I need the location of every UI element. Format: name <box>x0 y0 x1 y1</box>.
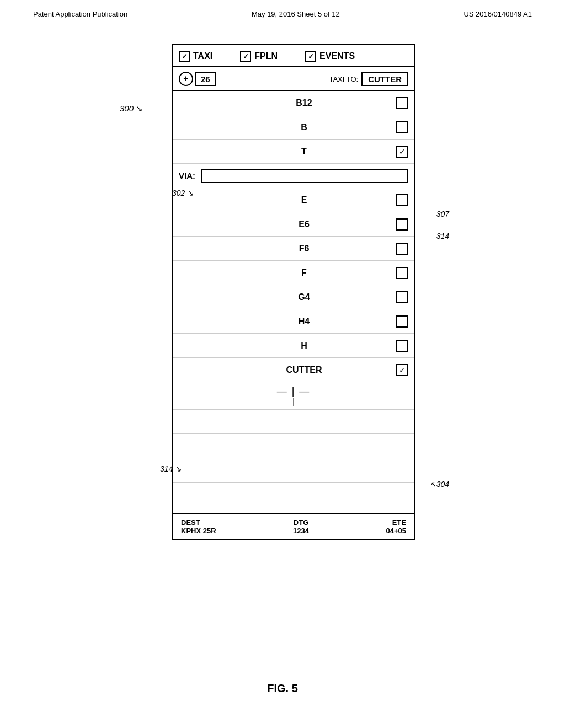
search-icon[interactable] <box>179 72 193 86</box>
annotation-300: 300 ↘ <box>120 104 143 114</box>
ete-item: ETE 04+05 <box>386 518 406 535</box>
route-row-e6: E6 <box>173 212 414 237</box>
route-checkbox-t[interactable] <box>396 146 408 158</box>
second-row: 26 TAXI TO: CUTTER <box>173 67 414 91</box>
route-checkbox-e[interactable] <box>396 194 408 206</box>
ui-panel: TAXI FPLN EVENTS 26 TAXI TO: CUTTER <box>172 44 415 540</box>
route-checkbox-g4[interactable] <box>396 291 408 303</box>
figure-label: FIG. 5 <box>0 682 565 695</box>
route-row-b: B <box>173 115 414 140</box>
via-row: VIA: <box>173 164 414 188</box>
ete-label: ETE <box>386 518 406 527</box>
route-list-top: B12 B T <box>173 91 414 164</box>
route-row-cutter: CUTTER <box>173 358 414 382</box>
route-checkbox-f6[interactable] <box>396 243 408 255</box>
patent-left: Patent Application Publication <box>33 10 127 18</box>
number-box: 26 <box>195 72 216 86</box>
taxi-checkbox[interactable] <box>179 51 190 62</box>
route-name-g4: G4 <box>212 292 396 302</box>
route-name-f6: F6 <box>212 244 396 254</box>
route-name-h: H <box>212 341 396 351</box>
annotation-302: 302 ↘ <box>172 189 194 197</box>
tab-events-label: EVENTS <box>319 51 355 61</box>
dest-label: DEST <box>181 518 216 527</box>
tab-taxi-label: TAXI <box>193 51 212 61</box>
route-row-f6: F6 <box>173 237 414 261</box>
bottom-bar: DEST KPHX 25R DTG 1234 ETE 04+05 <box>173 513 414 539</box>
route-checkbox-e6[interactable] <box>396 218 408 231</box>
route-name-h4: H4 <box>212 317 396 326</box>
dtg-value: 1234 <box>293 527 309 535</box>
route-name-b: B <box>212 122 396 132</box>
annotation-304: ↖304 <box>430 480 449 489</box>
spacer-row-2 <box>173 434 414 458</box>
route-name-b12: B12 <box>212 98 396 108</box>
crosshair-symbol: — | — | <box>277 386 311 406</box>
dtg-label: DTG <box>293 518 309 527</box>
via-label: VIA: <box>179 171 195 180</box>
route-checkbox-h[interactable] <box>396 340 408 352</box>
taxi-to-value: CUTTER <box>361 72 408 86</box>
dtg-item: DTG 1234 <box>293 518 309 535</box>
spacer-row-1 <box>173 410 414 434</box>
route-name-f: F <box>212 268 396 278</box>
patent-header: Patent Application Publication May 19, 2… <box>0 0 565 24</box>
dest-item: DEST KPHX 25R <box>181 518 216 535</box>
route-row-g4: G4 <box>173 285 414 309</box>
route-checkbox-h4[interactable] <box>396 315 408 328</box>
ete-value: 04+05 <box>386 527 406 535</box>
route-list-bottom: E E6 F6 F G4 <box>173 188 414 483</box>
spacer-row-3 <box>173 458 414 483</box>
patent-right: US 2016/0140849 A1 <box>463 10 532 18</box>
annotation-314-left: 314 ↘ <box>160 464 182 473</box>
route-row-b12: B12 <box>173 91 414 115</box>
route-name-e6: E6 <box>212 220 396 229</box>
route-name-e: E <box>212 195 396 205</box>
route-row-t: T <box>173 140 414 164</box>
fpln-checkbox[interactable] <box>240 51 251 62</box>
route-checkbox-b12[interactable] <box>396 97 408 109</box>
tab-taxi[interactable]: TAXI <box>179 51 212 62</box>
route-name-cutter: CUTTER <box>212 365 396 375</box>
events-checkbox[interactable] <box>305 51 316 62</box>
route-row-h: H <box>173 334 414 358</box>
via-input[interactable] <box>201 169 408 183</box>
tab-fpln-label: FPLN <box>254 51 278 61</box>
route-checkbox-cutter[interactable] <box>396 364 408 376</box>
route-checkbox-f[interactable] <box>396 267 408 279</box>
taxi-to-label: TAXI TO: <box>329 75 358 83</box>
annotation-307: —307 <box>429 210 449 218</box>
tab-fpln[interactable]: FPLN <box>240 51 278 62</box>
crosshair-row: — | — | <box>173 382 414 410</box>
route-row-f: F <box>173 261 414 285</box>
tab-events[interactable]: EVENTS <box>305 51 355 62</box>
annotation-314-right: —314 <box>429 232 449 240</box>
route-row-e: E <box>173 188 414 212</box>
dest-value: KPHX 25R <box>181 527 216 535</box>
patent-center: May 19, 2016 Sheet 5 of 12 <box>252 10 340 18</box>
route-row-h4: H4 <box>173 309 414 334</box>
route-checkbox-b[interactable] <box>396 121 408 133</box>
route-name-t: T <box>212 147 396 157</box>
tab-bar: TAXI FPLN EVENTS <box>173 45 414 67</box>
